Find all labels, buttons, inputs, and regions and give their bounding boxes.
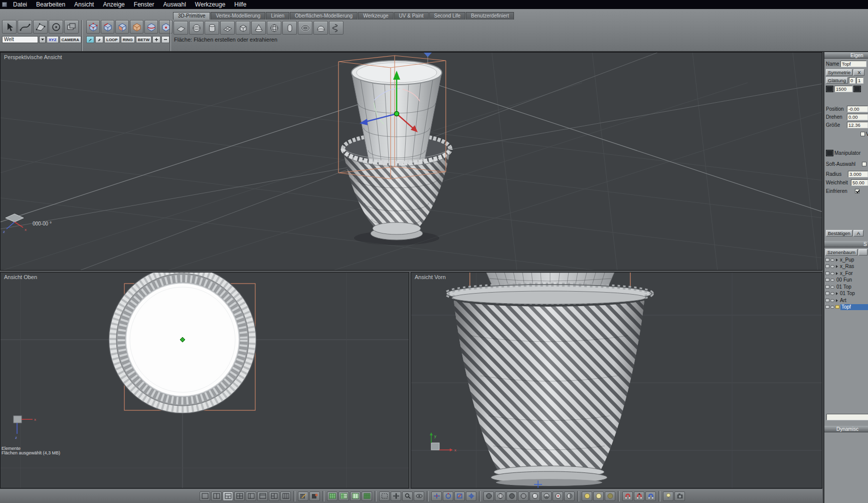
grid-green-icon[interactable] xyxy=(327,491,337,501)
cube-edge-mode-icon[interactable] xyxy=(101,20,114,34)
primitive-sphere-icon[interactable] xyxy=(189,21,204,35)
snap-magnet-dot-icon[interactable] xyxy=(634,491,644,501)
tab-linien[interactable]: Linien xyxy=(266,12,289,20)
keep-ratio-checkbox[interactable] xyxy=(860,132,865,136)
snap-magnet-blue-icon[interactable] xyxy=(645,491,656,501)
layout-vsplit-icon[interactable] xyxy=(211,491,222,501)
faces-tool-button[interactable] xyxy=(86,36,94,43)
confirm-button[interactable]: Bestätigen xyxy=(826,230,852,236)
subdivide-icon[interactable] xyxy=(826,86,833,92)
select-orbit-icon[interactable] xyxy=(49,20,63,34)
freeze-checkbox[interactable] xyxy=(855,189,859,193)
shade-wire-icon[interactable] xyxy=(483,491,494,501)
menu-auswahl[interactable]: Auswahl xyxy=(158,1,190,9)
eye-icon[interactable] xyxy=(830,265,834,268)
lock-icon[interactable] xyxy=(825,265,829,268)
manipulator-icon[interactable] xyxy=(826,150,833,156)
primitive-cone-icon[interactable] xyxy=(251,21,266,35)
cube-object-mode-icon[interactable] xyxy=(130,20,143,34)
viewport-front[interactable]: Ansicht Vorn xyxy=(411,272,822,488)
scene-tree-tab[interactable]: Szenenbaum xyxy=(825,249,857,256)
xyz-button[interactable]: XYZ xyxy=(47,36,59,43)
select-layers-icon[interactable] xyxy=(64,20,79,34)
layout-1top-2bottom-icon[interactable] xyxy=(223,491,233,501)
eye-icon[interactable] xyxy=(830,306,834,309)
manip-scale-icon[interactable] xyxy=(454,491,465,501)
scene-tab-extra[interactable] xyxy=(858,249,867,256)
layout-columns-icon[interactable] xyxy=(280,491,291,501)
select-arrow-icon[interactable] xyxy=(2,20,17,34)
manip-universal-icon[interactable] xyxy=(466,491,476,501)
tab-vertex-modellierung[interactable]: Vertex-Modellierung xyxy=(211,12,265,20)
scene-tree-item[interactable]: 01 Top xyxy=(824,284,868,290)
light-off-icon[interactable] xyxy=(605,491,615,501)
eye-icon[interactable] xyxy=(830,272,834,275)
select-face-icon[interactable] xyxy=(33,20,48,34)
cancel-button[interactable]: A xyxy=(853,230,863,236)
primitive-torus-icon[interactable] xyxy=(298,21,312,35)
eye-icon[interactable] xyxy=(830,279,834,282)
primitive-geodesic-icon[interactable] xyxy=(267,21,281,35)
uv-edit-icon[interactable] xyxy=(298,491,308,501)
tab-oberflaechen-modellierung[interactable]: Oberflächen-Modellierung xyxy=(290,12,358,20)
shade-shadow-icon[interactable] xyxy=(541,491,552,501)
grid-stripes-icon[interactable] xyxy=(350,491,361,501)
light-default-icon[interactable] xyxy=(582,491,592,501)
symmetry-button[interactable]: Symmetrie xyxy=(826,69,852,76)
select-plus-button[interactable] xyxy=(152,36,160,43)
manip-rotate-icon[interactable] xyxy=(443,491,453,501)
select-minus-button[interactable] xyxy=(161,36,169,43)
visibility-eye-icon[interactable] xyxy=(414,491,424,501)
viewport-perspective[interactable]: Perspektivische Ansicht xyxy=(0,52,822,271)
cube-vertex-mode-icon[interactable] xyxy=(86,20,100,34)
pan-view-icon[interactable] xyxy=(391,491,401,501)
primitive-grid-icon[interactable] xyxy=(220,21,235,35)
layout-single-icon[interactable] xyxy=(200,491,210,501)
scene-tree-item[interactable]: x_Pup xyxy=(824,257,868,263)
name-field[interactable]: Topf xyxy=(840,61,866,67)
expand-arrow-icon[interactable] xyxy=(836,299,838,302)
scene-search-field[interactable] xyxy=(826,414,868,420)
lock-icon[interactable] xyxy=(825,258,829,262)
layout-mixed-icon[interactable] xyxy=(269,491,279,501)
primitive-capsule-icon[interactable] xyxy=(282,21,297,35)
cube-face-mode-icon[interactable] xyxy=(115,20,129,34)
world-space-select[interactable]: Welt xyxy=(2,36,38,43)
scene-tree-item[interactable]: 01 Top xyxy=(824,290,868,297)
grid-dark-icon[interactable] xyxy=(362,491,372,501)
lock-icon[interactable] xyxy=(825,299,829,302)
scene-tree-item[interactable]: x_Ras xyxy=(824,263,868,270)
symmetry-axis-button[interactable]: X xyxy=(853,69,864,76)
viewport-top[interactable]: Ansicht Oben x z Elemente Flächen ausgew… xyxy=(0,272,409,488)
tab-second-life[interactable]: Second Life xyxy=(429,12,466,20)
menu-bearbeiten[interactable]: Bearbeiten xyxy=(32,1,70,9)
render-bulb-icon[interactable] xyxy=(663,491,673,501)
shade-highlight-icon[interactable] xyxy=(530,491,540,501)
shade-hiddenline-icon[interactable] xyxy=(495,491,505,501)
size-x-field[interactable]: 12.36 xyxy=(847,122,868,128)
loop-button[interactable]: LOOP xyxy=(104,36,120,43)
primitive-plane-icon[interactable] xyxy=(173,21,188,35)
eye-icon[interactable] xyxy=(830,259,834,262)
ring-button[interactable]: RING xyxy=(121,36,135,43)
expand-arrow-icon[interactable] xyxy=(836,259,838,262)
tab-3d-primitive[interactable]: 3D-Primitive xyxy=(173,12,210,20)
scene-tree-item-selected[interactable]: Topf xyxy=(824,304,868,310)
smoothing-field[interactable]: 0 xyxy=(849,77,855,84)
camera-button[interactable]: CAMERA xyxy=(60,36,81,43)
lock-icon[interactable] xyxy=(825,285,829,289)
uv-paint-icon[interactable] xyxy=(309,491,320,501)
shade-flat-icon[interactable] xyxy=(518,491,529,501)
manip-move-icon[interactable] xyxy=(431,491,442,501)
layout-left-main-icon[interactable] xyxy=(246,491,256,501)
snap-magnet-icon[interactable] xyxy=(622,491,633,501)
expand-arrow-icon[interactable] xyxy=(836,265,838,268)
subdivide-up-icon[interactable] xyxy=(853,86,861,92)
lock-icon[interactable] xyxy=(825,292,829,295)
menu-fenster[interactable]: Fenster xyxy=(129,1,159,9)
expand-arrow-icon[interactable] xyxy=(836,272,838,275)
paint-select-button[interactable] xyxy=(95,36,103,43)
scene-tree-item[interactable]: x_For xyxy=(824,270,868,277)
tab-uv-paint[interactable]: UV & Paint xyxy=(394,12,429,20)
menu-ansicht[interactable]: Ansicht xyxy=(70,1,98,9)
